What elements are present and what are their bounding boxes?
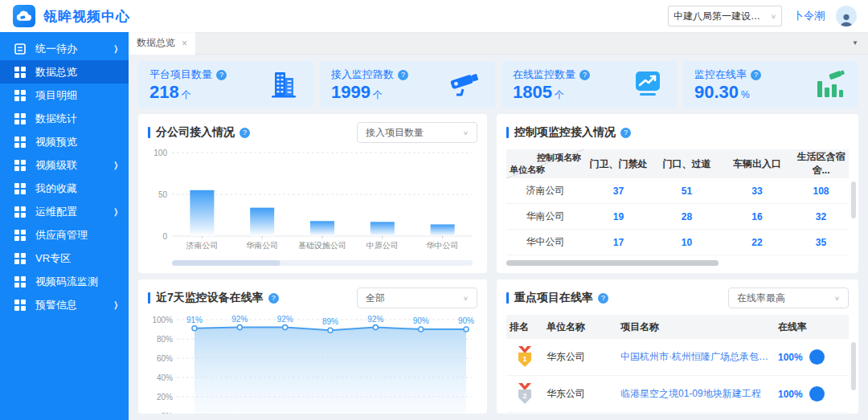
- tab-data-overview[interactable]: 数据总览 ×: [129, 32, 195, 55]
- app-logo-cloud-icon: [13, 5, 35, 27]
- count-cell[interactable]: 37: [584, 186, 653, 197]
- topbar: 瓴眸视频中心 中建八局第一建设有限公司 ∨ 卜令潮: [0, 0, 868, 32]
- grid-icon: [14, 230, 26, 241]
- help-icon[interactable]: ?: [398, 70, 408, 80]
- panel-branch-access: 分公司接入情况 ? 接入项目数量 ∨ 100500济南公司华南公司基础设施公司中…: [138, 114, 487, 273]
- tab-close-icon[interactable]: ×: [182, 38, 187, 49]
- sidebar-item-预警信息[interactable]: 预警信息❯: [0, 293, 129, 316]
- help-icon[interactable]: ?: [579, 70, 590, 80]
- branch-bar-chart[interactable]: 100500济南公司华南公司基础设施公司中原公司华中公司: [148, 143, 476, 270]
- sidebar-item-label: 供应商管理: [35, 228, 88, 243]
- count-cell[interactable]: 19: [584, 211, 653, 222]
- help-icon[interactable]: ?: [216, 70, 227, 80]
- sidebar-item-label: 视频预览: [35, 135, 77, 149]
- project-link[interactable]: 临港星空之境01-09地块新建工程: [617, 387, 775, 401]
- table-row: 3济南公司济南新旧动能转换起步区黄河体育及科技园区基础设施...100%: [506, 413, 849, 414]
- column-header: 生活区含宿舍...: [793, 150, 849, 177]
- help-icon[interactable]: ?: [620, 128, 631, 138]
- key-projects-header: 排名单位名称项目名称在线率: [506, 315, 849, 339]
- count-cell[interactable]: 32: [793, 211, 849, 222]
- sidebar-item-统一待办[interactable]: 统一待办❯: [0, 37, 129, 60]
- stat-unit: %: [741, 89, 750, 100]
- sidebar-item-数据统计[interactable]: 数据统计: [0, 107, 129, 130]
- stat-card-在线监控数量: 在线监控数量?1805个: [502, 61, 677, 108]
- sidebar-item-label: 数据统计: [35, 112, 77, 126]
- count-cell[interactable]: 16: [721, 211, 793, 222]
- sidebar-item-视频码流监测[interactable]: 视频码流监测: [0, 270, 129, 293]
- svg-text:60%: 60%: [157, 354, 173, 363]
- sidebar-item-视频预览[interactable]: 视频预览: [0, 130, 129, 153]
- count-cell[interactable]: 108: [793, 186, 849, 197]
- branch-metric-select[interactable]: 接入项目数量 ∨: [357, 122, 477, 143]
- sidebar-item-label: 视频级联: [35, 158, 77, 173]
- sidebar-item-数据总览[interactable]: 数据总览: [0, 60, 129, 84]
- rank-cell: 2: [506, 383, 543, 406]
- device-filter-select[interactable]: 全部 ∨: [357, 287, 477, 308]
- sidebar-item-我的收藏[interactable]: 我的收藏: [0, 177, 129, 200]
- company-select[interactable]: 中建八局第一建设有限公司 ∨: [668, 6, 782, 27]
- svg-text:80%: 80%: [157, 335, 173, 344]
- count-cell[interactable]: 33: [721, 186, 793, 197]
- column-header: 项目名称: [617, 320, 775, 334]
- control-items-table: 控制项名称单位名称门卫、门禁处门口、过道车辆出入口生活区含宿舍...济南公司37…: [506, 149, 849, 255]
- stat-cards: 平台项目数量?218个接入监控路数?1999个在线监控数量?1805个监控在线率…: [138, 61, 858, 108]
- vertical-scrollbar[interactable]: [851, 342, 856, 390]
- project-link[interactable]: 中国杭州市·杭州恒隆广场总承包（标段1）工程: [617, 350, 775, 364]
- count-cell[interactable]: 35: [793, 237, 849, 248]
- sidebar-item-供应商管理[interactable]: 供应商管理: [0, 223, 129, 247]
- svg-text:0%: 0%: [162, 412, 174, 414]
- count-cell[interactable]: 22: [721, 237, 793, 248]
- chevron-right-icon: ❯: [113, 161, 118, 169]
- unit-name-cell: 华中公司: [506, 235, 584, 249]
- stat-label-text: 接入监控路数: [331, 67, 394, 82]
- tabbar: 数据总览 × ▼: [129, 32, 868, 55]
- grid-icon: [14, 300, 26, 311]
- horizontal-scrollbar[interactable]: [506, 260, 719, 266]
- rate-sort-select[interactable]: 在线率最高 ∨: [728, 287, 849, 308]
- help-icon[interactable]: ?: [598, 293, 608, 304]
- count-cell[interactable]: 28: [653, 211, 721, 222]
- svg-text:92%: 92%: [277, 315, 293, 324]
- stat-card-接入监控路数: 接入监控路数?1999个: [320, 61, 495, 108]
- svg-text:0: 0: [162, 232, 167, 241]
- svg-text:中原公司: 中原公司: [366, 241, 399, 250]
- sidebar-item-label: 统一待办: [35, 42, 77, 56]
- tabbar-dropdown-icon[interactable]: ▼: [852, 39, 858, 47]
- vertical-scrollbar[interactable]: [851, 181, 856, 218]
- sidebar-item-label: VR专区: [35, 251, 71, 266]
- online-rate-line-chart[interactable]: 100%80%60%40%20%0%91%92%92%89%92%90%90%: [148, 308, 476, 414]
- datazoom-slider[interactable]: [172, 260, 280, 266]
- help-icon[interactable]: ?: [240, 128, 250, 138]
- help-icon[interactable]: ?: [268, 293, 279, 304]
- stat-value: 218个: [149, 84, 227, 101]
- sidebar-item-label: 数据总览: [35, 65, 77, 80]
- svg-text:100%: 100%: [152, 316, 173, 324]
- grid-icon: [14, 67, 26, 78]
- sidebar-item-VR专区[interactable]: VR专区: [0, 247, 129, 270]
- chevron-down-icon: ∨: [463, 129, 469, 137]
- panel-title: 重点项目在线率: [514, 291, 593, 305]
- count-cell[interactable]: 17: [584, 237, 653, 248]
- title-bar-accent: [506, 292, 509, 304]
- svg-text:华中公司: 华中公司: [427, 241, 459, 250]
- stat-unit: 个: [373, 89, 383, 100]
- grid-icon: [14, 113, 26, 124]
- sidebar-item-运维配置[interactable]: 运维配置❯: [0, 200, 129, 223]
- grid-icon: [14, 90, 26, 101]
- rate-progress-circle: [809, 386, 825, 402]
- column-header: 在线率: [775, 320, 849, 334]
- key-projects-table: 排名单位名称项目名称在线率1华东公司中国杭州市·杭州恒隆广场总承包（标段1）工程…: [506, 315, 849, 414]
- chevron-down-icon: ∨: [771, 13, 776, 20]
- sidebar-item-视频级联[interactable]: 视频级联❯: [0, 153, 129, 177]
- help-icon[interactable]: ?: [751, 70, 761, 80]
- count-cell[interactable]: 51: [653, 186, 721, 197]
- count-cell[interactable]: 10: [653, 237, 721, 248]
- username[interactable]: 卜令潮: [793, 9, 825, 23]
- svg-text:91%: 91%: [186, 316, 203, 324]
- avatar[interactable]: [836, 6, 857, 27]
- sidebar-item-项目明细[interactable]: 项目明细: [0, 84, 129, 107]
- stat-card-平台项目数量: 平台项目数量?218个: [138, 61, 313, 108]
- unit-name-cell: 华东公司: [543, 387, 617, 401]
- svg-text:50: 50: [158, 190, 168, 199]
- stat-label: 平台项目数量?: [149, 67, 227, 82]
